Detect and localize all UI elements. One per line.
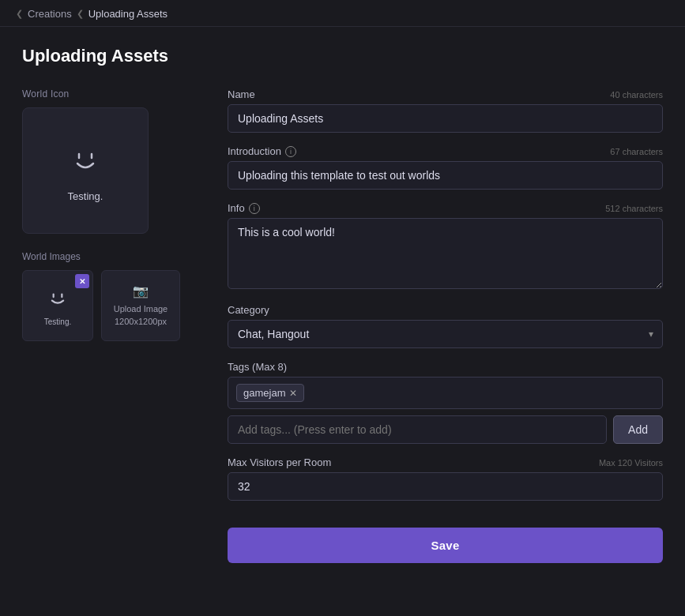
breadcrumb-current: Uploading Assets [88,8,167,20]
name-field-group: Name 40 characters [228,88,663,133]
tag-input-row: Add [228,415,663,444]
image-thumb: Testing. ✕ [22,270,93,341]
max-visitors-limit: Max 120 Visitors [599,458,663,468]
tag-chip-gamejam: gamejam ✕ [236,384,304,402]
remove-image-button[interactable]: ✕ [75,274,89,288]
add-tag-button[interactable]: Add [613,415,663,444]
name-input[interactable] [228,104,663,133]
category-select[interactable]: Chat, HangoutGamingEducationSocialAdvent… [228,320,663,348]
info-field-group: Info i 512 characters [228,202,663,291]
max-visitors-field-group: Max Visitors per Room Max 120 Visitors [228,456,663,501]
tag-remove-button[interactable]: ✕ [289,388,297,399]
tags-label: Tags (Max 8) [228,361,287,373]
category-label: Category [228,304,269,316]
page-title: Uploading Assets [22,46,663,66]
tag-input[interactable] [228,415,607,444]
intro-label: Introduction i [228,145,296,157]
category-field-header: Category [228,304,663,316]
intro-input[interactable] [228,161,663,190]
page-container: Uploading Assets World Icon Testing. Wor… [0,27,685,582]
intro-field-header: Introduction i 67 characters [228,145,663,157]
thumb-smiley-icon [45,285,70,313]
world-icon-label: World Icon [22,88,196,100]
intro-field-group: Introduction i 67 characters [228,145,663,190]
category-select-wrapper: Chat, HangoutGamingEducationSocialAdvent… [228,320,663,348]
info-field-header: Info i 512 characters [228,202,663,214]
tags-area: gamejam ✕ [228,377,663,409]
intro-char-count: 67 characters [610,147,663,156]
max-visitors-input[interactable] [228,472,663,501]
max-visitors-label: Max Visitors per Room [228,456,331,468]
max-visitors-header: Max Visitors per Room Max 120 Visitors [228,456,663,468]
left-column: World Icon Testing. World Images [22,88,196,341]
info-char-count: 512 characters [605,204,663,213]
breadcrumb: ❮ Creations ❮ Uploading Assets [0,0,685,27]
world-icon-text: Testing. [68,190,104,202]
tags-field-header: Tags (Max 8) [228,361,663,373]
image-row: Testing. ✕ 📷 Upload Image 1200x1200px [22,270,196,341]
world-images-label: World Images [22,251,196,262]
camera-icon: 📷 [133,284,149,299]
thumb-name: Testing. [44,317,71,326]
category-field-group: Category Chat, HangoutGamingEducationSoc… [228,304,663,348]
breadcrumb-chevron-2: ❮ [77,9,84,19]
main-columns: World Icon Testing. World Images [22,88,663,563]
info-label: Info i [228,202,260,214]
upload-image-text: Upload Image 1200x1200px [114,303,168,328]
name-field-header: Name 40 characters [228,88,663,100]
breadcrumb-chevron-1: ❮ [16,9,23,19]
name-label: Name [228,88,255,100]
save-button[interactable]: Save [228,528,663,563]
breadcrumb-parent[interactable]: Creations [28,8,72,20]
tags-field-group: Tags (Max 8) gamejam ✕ Add [228,361,663,444]
name-char-count: 40 characters [610,90,663,100]
right-column: Name 40 characters Introduction i 67 cha… [228,88,663,563]
smiley-icon [65,139,106,182]
upload-image-box[interactable]: 📷 Upload Image 1200x1200px [101,270,180,341]
world-icon-box: Testing. [22,107,149,234]
tag-chip-label: gamejam [243,387,285,399]
info-textarea[interactable] [228,218,663,289]
info-info-icon[interactable]: i [249,203,260,214]
intro-info-icon[interactable]: i [285,146,296,157]
